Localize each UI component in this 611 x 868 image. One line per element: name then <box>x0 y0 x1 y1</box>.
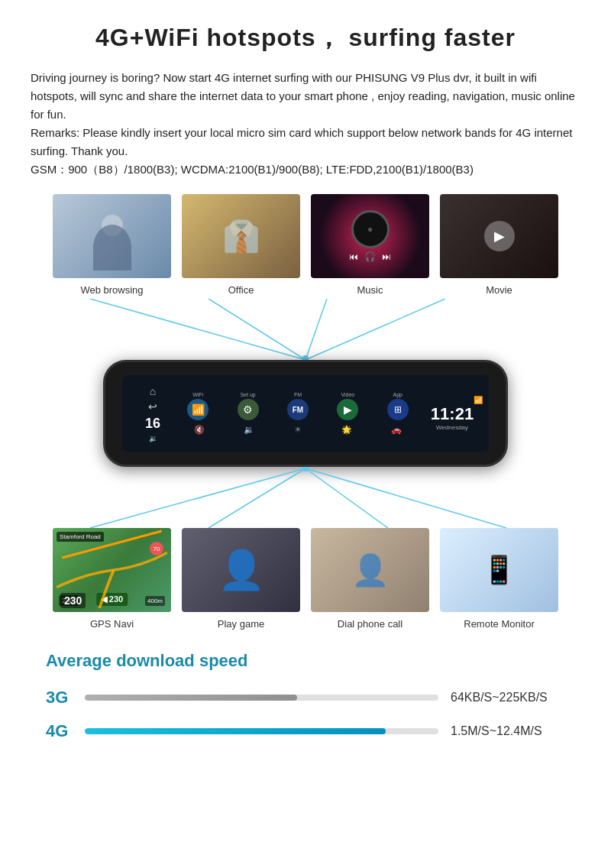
speed-row-4g: 4G 1.5M/S~12.4M/S <box>46 721 565 741</box>
day-display: Wednesday <box>436 424 468 431</box>
wifi-label: WiFi <box>192 392 203 397</box>
web-browsing-label: Web browsing <box>80 284 143 296</box>
phone-visual: 👤 <box>311 528 429 612</box>
connector-top <box>31 299 580 360</box>
speed-bar-container-4g <box>85 728 438 734</box>
video-button-item[interactable]: Video ▶ <box>337 392 358 420</box>
svg-line-3 <box>306 299 445 360</box>
gps-navi-image: Stamford Road 70 2:40 ◀ 230 400m <box>53 528 171 612</box>
list-item: Stamford Road 70 2:40 ◀ 230 400m GPS Nav… <box>53 528 171 630</box>
music-label: Music <box>357 284 383 296</box>
car-icon: 🚗 <box>391 425 402 435</box>
person-icon: 👤 <box>218 548 265 592</box>
list-item: ▶ Movie <box>440 194 558 296</box>
app-label: App <box>393 392 402 397</box>
setup-label: Set up <box>240 392 255 397</box>
time-display: 11:21 <box>431 404 474 424</box>
connector-bottom-svg <box>31 467 580 528</box>
play-game-label: Play game <box>218 618 264 630</box>
gps-navi-label: GPS Navi <box>90 618 134 630</box>
svg-line-2 <box>306 299 327 360</box>
svg-line-0 <box>90 299 306 360</box>
top-images-row: Web browsing 👔 Office ● ⏮🎧⏭ Music ▶ Movi <box>0 194 611 296</box>
device-container: ⌂ ↩ 16 🔉 WiFi 📶 Set up <box>0 360 611 467</box>
video-label: Video <box>341 392 354 397</box>
screen-number: 16 <box>145 416 160 432</box>
movie-image: ▶ <box>440 194 558 278</box>
home-icon: ⌂ <box>150 385 156 397</box>
speed-label-4g: 4G <box>46 721 73 741</box>
connector-bottom <box>31 467 580 528</box>
brightness-high-icon: 🌟 <box>341 425 352 435</box>
bottom-images-row: Stamford Road 70 2:40 ◀ 230 400m GPS Nav… <box>0 528 611 630</box>
play-icon: ▶ <box>484 221 515 251</box>
speed-bar-container-3g <box>85 695 438 701</box>
web-browsing-image <box>53 194 171 278</box>
page-title: 4G+WiFi hotspots， surfing faster <box>31 21 580 55</box>
screen-left-panel: ⌂ ↩ 16 🔉 <box>128 385 174 442</box>
svg-line-8 <box>306 468 388 528</box>
svg-line-1 <box>209 299 306 360</box>
description-para2: Remarks: Please kindly insert your local… <box>31 124 580 160</box>
setup-icon[interactable]: ⚙ <box>238 399 259 420</box>
screen-center-panel: WiFi 📶 Set up ⚙ FM FM <box>174 392 422 435</box>
remote-visual: 📱 <box>440 528 558 612</box>
button-row: WiFi 📶 Set up ⚙ FM FM <box>174 392 422 420</box>
app-icon[interactable]: ⊞ <box>387 399 409 420</box>
control-row: 🔇 🔉 ☀ 🌟 🚗 <box>174 423 422 435</box>
app-button-item[interactable]: App ⊞ <box>387 392 409 420</box>
brightness-icon: ☀ <box>294 425 302 435</box>
list-item: 👤 Dial phone call <box>311 528 429 630</box>
svg-line-6 <box>90 468 306 528</box>
gps-map-visual: Stamford Road 70 2:40 ◀ 230 400m <box>53 528 171 612</box>
connector-top-svg <box>31 299 580 360</box>
speed-title: Average download speed <box>46 651 565 671</box>
remote-monitor-image: 📱 <box>440 528 558 612</box>
remote-monitor-label: Remote Monitor <box>464 618 534 630</box>
mute-icon: 🔇 <box>194 425 205 435</box>
music-image: ● ⏮🎧⏭ <box>311 194 429 278</box>
car-device: ⌂ ↩ 16 🔉 WiFi 📶 Set up <box>103 360 508 467</box>
setup-button-item[interactable]: Set up ⚙ <box>238 392 259 420</box>
game-visual: 👤 <box>182 528 300 612</box>
speed-value-3g: 64KB/S~225KB/S <box>451 691 565 704</box>
play-game-image: 👤 <box>182 528 300 612</box>
list-item: Web browsing <box>53 194 171 296</box>
list-item: 📱 Remote Monitor <box>440 528 558 630</box>
speed-bar-4g <box>85 728 386 734</box>
speed-bar-3g <box>85 695 297 701</box>
description-para3: GSM：900（B8）/1800(B3); WCDMA:2100(B1)/900… <box>31 160 580 179</box>
speed-label-3g: 3G <box>46 688 73 708</box>
list-item: ● ⏮🎧⏭ Music <box>311 194 429 296</box>
list-item: 👤 Play game <box>182 528 300 630</box>
page-header: 4G+WiFi hotspots， surfing faster <box>0 0 611 69</box>
speed-row-3g: 3G 64KB/S~225KB/S <box>46 688 565 708</box>
video-icon[interactable]: ▶ <box>337 399 358 420</box>
wifi-button-item[interactable]: WiFi 📶 <box>187 392 209 420</box>
fm-button-item[interactable]: FM FM <box>287 392 309 420</box>
movie-label: Movie <box>486 284 512 296</box>
music-disc: ● <box>351 210 390 248</box>
description-para1: Driving journey is boring? Now start 4G … <box>31 69 580 124</box>
dial-phone-label: Dial phone call <box>338 618 402 630</box>
volume-icon: 🔉 <box>244 425 254 435</box>
speed-value-4g: 1.5M/S~12.4M/S <box>451 724 565 738</box>
office-label: Office <box>228 284 254 296</box>
fm-icon[interactable]: FM <box>287 399 309 420</box>
screen-vol: 🔉 <box>149 435 157 442</box>
description-block: Driving journey is boring? Now start 4G … <box>0 69 611 194</box>
svg-line-9 <box>306 468 506 528</box>
list-item: 👔 Office <box>182 194 300 296</box>
back-icon: ↩ <box>148 400 157 413</box>
screen-right-panel: 📶 11:21 Wednesday <box>422 396 483 431</box>
office-image: 👔 <box>182 194 300 278</box>
speed-section: Average download speed 3G 64KB/S~225KB/S… <box>0 636 611 778</box>
music-controls: ⏮🎧⏭ <box>349 251 391 262</box>
svg-line-7 <box>209 468 306 528</box>
wifi-icon[interactable]: 📶 <box>187 399 209 420</box>
device-screen: ⌂ ↩ 16 🔉 WiFi 📶 Set up <box>122 375 489 452</box>
dial-phone-image: 👤 <box>311 528 429 612</box>
fm-label: FM <box>294 392 302 397</box>
